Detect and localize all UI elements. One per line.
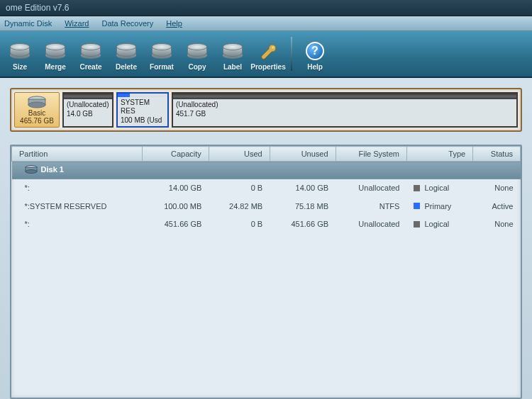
cell-used: 0 B	[209, 215, 270, 234]
menu-help[interactable]: Help	[166, 19, 182, 28]
cell-file-system: NTFS	[336, 197, 406, 215]
table-row[interactable]: *:SYSTEM RESERVED100.00 MB24.82 MB75.18 …	[12, 197, 521, 215]
type-color-icon	[414, 185, 420, 191]
toolbar-label-button[interactable]: Label	[217, 40, 248, 71]
type-label: Logical	[424, 220, 449, 228]
toolbar-label: Delete	[116, 63, 137, 71]
svg-point-6	[26, 170, 37, 174]
toolbar-create-button[interactable]: Create	[75, 40, 106, 71]
cyl-icon	[150, 40, 174, 62]
type-color-icon	[414, 221, 420, 227]
disk-header[interactable]: Basic 465.76 GB	[14, 92, 60, 128]
toolbar-separator	[291, 37, 292, 71]
partition-block-label: (Unallocated)	[176, 101, 514, 110]
toolbar-label: Size	[13, 63, 27, 71]
cell-file-system: Unallocated	[336, 179, 406, 198]
cell-capacity: 451.66 GB	[143, 215, 209, 234]
toolbar-label: Properties	[250, 63, 285, 71]
toolbar-copy-button[interactable]: Copy	[182, 40, 213, 71]
cell-file-system: Unallocated	[336, 215, 406, 234]
menu-dynamic-disk[interactable]: Dynamic Disk	[4, 19, 52, 28]
titlebar: ome Edition v7.6	[0, 0, 532, 16]
toolbar-properties-button[interactable]: Properties	[253, 40, 284, 71]
column-unused[interactable]: Unused	[270, 147, 336, 162]
cell-status: Active	[473, 197, 521, 215]
cell-capacity: 14.00 GB	[143, 179, 209, 198]
type-label: Primary	[424, 202, 451, 210]
menubar: Dynamic Disk Wizard Data Recovery Help	[0, 16, 532, 31]
cyl-icon	[221, 40, 245, 62]
partition-block-label: (Unallocated)	[67, 101, 109, 110]
column-type[interactable]: Type	[406, 147, 472, 162]
column-used[interactable]: Used	[209, 147, 270, 162]
cell-unused: 451.66 GB	[270, 215, 336, 234]
disk-header-size: 465.76 GB	[20, 117, 54, 125]
menu-wizard[interactable]: Wizard	[65, 19, 89, 28]
cell-unused: 75.18 MB	[270, 197, 336, 215]
disk-header-name: Basic	[28, 109, 45, 117]
toolbar-label: Help	[307, 63, 323, 71]
toolbar-label: Create	[79, 63, 101, 71]
menu-data-recovery[interactable]: Data Recovery	[101, 19, 153, 28]
column-file-system[interactable]: File System	[336, 147, 406, 162]
toolbar-merge-button[interactable]: Merge	[40, 40, 71, 71]
cell-partition: *:	[12, 179, 143, 198]
toolbar-label: Format	[150, 63, 174, 71]
cell-capacity: 100.00 MB	[143, 197, 209, 215]
svg-point-0	[272, 46, 275, 49]
toolbar-label: Copy	[189, 63, 206, 71]
type-color-icon	[414, 203, 420, 209]
cyl-icon	[79, 40, 103, 62]
cell-partition: *:SYSTEM RESERVED	[12, 197, 143, 215]
cell-type: Logical	[406, 179, 472, 198]
toolbar-delete-button[interactable]: Delete	[111, 40, 142, 71]
column-capacity[interactable]: Capacity	[143, 147, 209, 162]
cell-used: 24.82 MB	[209, 197, 270, 215]
toolbar-format-button[interactable]: Format	[146, 40, 177, 71]
disk-group-row[interactable]: Disk 1	[12, 162, 521, 179]
cell-status: None	[473, 179, 521, 198]
wrench-icon	[256, 40, 280, 62]
toolbar: SizeMergeCreateDeleteFormatCopyLabelProp…	[0, 31, 532, 78]
help-icon: ?	[303, 40, 327, 62]
disk-map: Basic 465.76 GB (Unallocated)14.0 GBSYST…	[10, 88, 522, 132]
cell-type: Logical	[406, 215, 472, 234]
svg-point-3	[28, 102, 45, 108]
cell-used: 0 B	[209, 179, 270, 198]
toolbar-help-button[interactable]: ?Help	[299, 40, 331, 71]
table-row[interactable]: *:451.66 GB0 B451.66 GBUnallocatedLogica…	[12, 215, 521, 234]
cyl-icon	[43, 40, 67, 62]
partition-table: PartitionCapacityUsedUnusedFile SystemTy…	[10, 145, 522, 399]
partition-block-size: 451.7 GB	[176, 110, 514, 119]
toolbar-label: Merge	[45, 63, 65, 71]
cell-type: Primary	[406, 197, 472, 215]
partition-block-label: SYSTEM RES	[121, 99, 165, 116]
cyl-icon	[114, 40, 138, 62]
partition-block-0[interactable]: (Unallocated)14.0 GB	[62, 92, 113, 128]
partition-usage-bar	[173, 94, 516, 99]
type-label: Logical	[424, 184, 449, 192]
partition-block-2[interactable]: (Unallocated)451.7 GB	[172, 92, 518, 128]
cyl-icon	[8, 40, 32, 62]
toolbar-label: Label	[223, 63, 242, 71]
partition-block-1[interactable]: SYSTEM RES100 MB (Usd	[116, 92, 169, 128]
partition-block-size: 14.0 GB	[67, 110, 109, 119]
cell-partition: *:	[12, 215, 143, 234]
disk-group-label: Disk 1	[12, 162, 521, 179]
table-row[interactable]: *:14.00 GB0 B14.00 GBUnallocatedLogicalN…	[12, 179, 521, 198]
cell-status: None	[473, 215, 521, 234]
partition-block-size: 100 MB (Usd	[121, 116, 165, 125]
column-partition[interactable]: Partition	[12, 147, 143, 162]
column-status[interactable]: Status	[473, 147, 521, 162]
cell-unused: 14.00 GB	[270, 179, 336, 198]
cyl-icon	[185, 40, 209, 62]
partition-usage-bar	[64, 94, 112, 99]
toolbar-size-button[interactable]: Size	[4, 40, 35, 71]
